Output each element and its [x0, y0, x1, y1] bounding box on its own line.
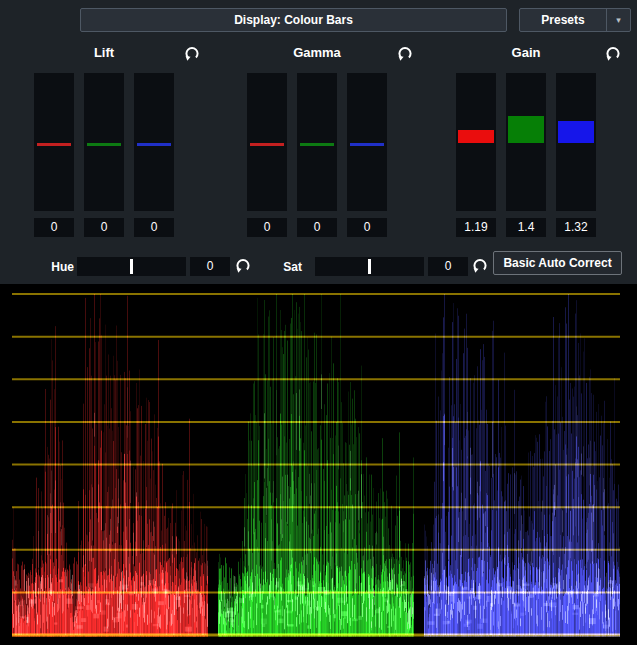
hue-reset-icon[interactable] — [234, 257, 252, 275]
gamma-red-handle[interactable] — [250, 143, 284, 146]
lift-green-slider[interactable] — [84, 73, 124, 211]
hue-slider-tick — [130, 259, 133, 274]
rgb-parade-scope — [0, 284, 637, 645]
gain-blue-value[interactable]: 1.32 — [556, 218, 596, 237]
gain-green-value[interactable]: 1.4 — [506, 218, 546, 237]
basic-auto-correct-button[interactable]: Basic Auto Correct — [493, 251, 622, 275]
hue-slider[interactable] — [77, 257, 186, 276]
lift-red-handle[interactable] — [37, 143, 71, 146]
gain-green-slider[interactable] — [506, 73, 546, 211]
hue-label: Hue — [30, 258, 74, 276]
lift-blue-handle[interactable] — [137, 143, 171, 146]
gain-blue-handle[interactable] — [558, 121, 594, 143]
gain-red-slider[interactable] — [456, 73, 496, 211]
gamma-red-slider[interactable] — [247, 73, 287, 211]
presets-button[interactable]: Presets ▾ — [519, 8, 631, 32]
gamma-green-value[interactable]: 0 — [297, 218, 337, 237]
lift-title: Lift — [34, 45, 174, 60]
gain-green-handle[interactable] — [508, 116, 544, 143]
display-button[interactable]: Display: Colour Bars — [80, 8, 507, 32]
gamma-blue-slider[interactable] — [347, 73, 387, 211]
sat-slider[interactable] — [315, 257, 424, 276]
lift-green-value[interactable]: 0 — [84, 218, 124, 237]
sat-slider-tick — [368, 259, 371, 274]
gain-title: Gain — [456, 45, 596, 60]
gamma-title: Gamma — [247, 45, 387, 60]
gain-blue-slider[interactable] — [556, 73, 596, 211]
gain-reset-icon[interactable] — [604, 45, 622, 63]
gamma-reset-icon[interactable] — [396, 45, 414, 63]
sat-label: Sat — [262, 258, 302, 276]
lift-red-slider[interactable] — [34, 73, 74, 211]
sat-value[interactable]: 0 — [428, 257, 468, 276]
lift-reset-icon[interactable] — [183, 45, 201, 63]
sat-reset-icon[interactable] — [471, 257, 489, 275]
gamma-red-value[interactable]: 0 — [247, 218, 287, 237]
lift-blue-slider[interactable] — [134, 73, 174, 211]
lift-green-handle[interactable] — [87, 143, 121, 146]
controls-panel: Display: Colour Bars Presets ▾ Lift 0 0 … — [0, 0, 637, 284]
lift-red-value[interactable]: 0 — [34, 218, 74, 237]
gamma-green-slider[interactable] — [297, 73, 337, 211]
gamma-blue-handle[interactable] — [350, 143, 384, 146]
gain-red-value[interactable]: 1.19 — [456, 218, 496, 237]
gamma-green-handle[interactable] — [300, 143, 334, 146]
hue-value[interactable]: 0 — [190, 257, 230, 276]
gamma-blue-value[interactable]: 0 — [347, 218, 387, 237]
presets-label: Presets — [520, 9, 606, 31]
gain-red-handle[interactable] — [458, 130, 494, 143]
chevron-down-icon[interactable]: ▾ — [606, 9, 630, 31]
colour-correction-panel: Display: Colour Bars Presets ▾ Lift 0 0 … — [0, 0, 637, 645]
lift-blue-value[interactable]: 0 — [134, 218, 174, 237]
